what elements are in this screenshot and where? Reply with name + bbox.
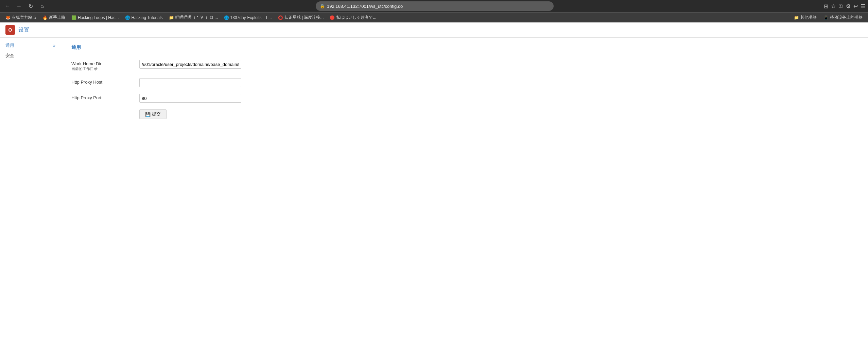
browser-chrome: ← → ↻ ⌂ 🔒 ⊞ ☆ ① ⚙ ↩ ☰ 🦊 火狐官方站点 🔥 新手上路 [0, 0, 868, 22]
tab-bar: ← → ↻ ⌂ 🔒 ⊞ ☆ ① ⚙ ↩ ☰ [0, 0, 868, 12]
section-title: 通用 [71, 45, 858, 53]
bookmark-item-other[interactable]: 📁 其他书签 [791, 14, 819, 21]
star-button[interactable]: ☆ [831, 3, 836, 10]
form-row-work-home-dir: Work Home Dir: 当前的工作目录 [71, 60, 858, 71]
reload-button[interactable]: ↻ [26, 1, 35, 11]
history-button[interactable]: ↩ [853, 3, 858, 10]
bookmark-item-bilibili[interactable]: 📁 哔哩哔哩（ *･∀･）ロ ... [166, 14, 221, 21]
address-bar-wrap: 🔒 [316, 1, 554, 11]
bookmark-label: 哔哩哔哩（ *･∀･）ロ ... [175, 15, 218, 20]
app-header: O 设置 [0, 22, 868, 38]
bookmark-item-fox[interactable]: 🦊 火狐官方站点 [3, 14, 39, 21]
bookmark-label: Hacking Loops | Hac... [78, 15, 119, 20]
home-button[interactable]: ⌂ [37, 1, 47, 11]
bookmark-label: 1337day-Exploits – L... [230, 15, 272, 20]
fire-icon: 🔥 [42, 15, 48, 20]
mobile-icon: 📱 [823, 15, 829, 20]
globe2-icon: 🌐 [224, 15, 229, 20]
bookmark-item-hacking-loops[interactable]: 🟩 Hacking Loops | Hac... [69, 15, 122, 21]
bookmark-item-jp[interactable]: 🔴 私ははいしゃ败者で... [327, 14, 379, 21]
folder-icon: 📁 [794, 15, 799, 20]
form-label-work-home-dir: Work Home Dir: 当前的工作目录 [71, 60, 139, 71]
bookmarks-bar: 🦊 火狐官方站点 🔥 新手上路 🟩 Hacking Loops | Hac...… [0, 12, 868, 22]
address-input[interactable] [327, 4, 550, 9]
lock-icon: 🔒 [320, 4, 325, 8]
nav-buttons: ← → ↻ ⌂ [3, 1, 47, 11]
globe-icon: 🌐 [125, 15, 130, 20]
form-label-http-proxy-host: Http Proxy Host: [71, 78, 139, 85]
form-row-http-proxy-host: Http Proxy Host: [71, 78, 858, 87]
back-button[interactable]: ← [3, 1, 12, 11]
submit-label: 提交 [152, 111, 161, 117]
app-logo: O [5, 25, 15, 35]
bookmark-label: 移动设备上的书签 [830, 15, 863, 20]
bookmark-label: 知识星球 | 深度连接... [284, 15, 324, 20]
form-label-http-proxy-port: Http Proxy Port: [71, 94, 139, 100]
sidebar-item-general-label: 通用 [5, 42, 14, 49]
profile-button[interactable]: ① [838, 3, 843, 10]
form-row-http-proxy-port: Http Proxy Port: [71, 94, 858, 103]
content-area: 通用 Work Home Dir: 当前的工作目录 Http Proxy Hos… [61, 38, 868, 363]
bookmark-label: 私ははいしゃ败者で... [336, 15, 376, 20]
main-layout: 通用 » 安全 通用 Work Home Dir: 当前的工作目录 Http P… [0, 38, 868, 363]
forward-button[interactable]: → [14, 1, 24, 11]
bookmark-item-1337day[interactable]: 🌐 1337day-Exploits – L... [221, 15, 275, 21]
submit-icon: 💾 [145, 112, 151, 117]
form-label-sub-work-home-dir: 当前的工作目录 [71, 66, 139, 71]
sidebar-item-security[interactable]: 安全 [0, 51, 61, 61]
menu-button[interactable]: ☰ [861, 3, 865, 10]
bookmark-item-zsxq[interactable]: ⭕ 知识星球 | 深度连接... [275, 14, 327, 21]
sidebar: 通用 » 安全 [0, 38, 61, 363]
bookmark-label: 其他书签 [800, 15, 817, 20]
red-icon: 🔴 [330, 15, 335, 20]
bookmark-label: Hacking Tutorials [132, 15, 163, 20]
http-proxy-port-input[interactable] [139, 94, 241, 103]
http-proxy-host-input[interactable] [139, 78, 241, 87]
submit-button[interactable]: 💾 提交 [139, 109, 167, 119]
sidebar-item-general[interactable]: 通用 » [0, 40, 61, 51]
circle-icon: ⭕ [278, 15, 283, 20]
work-home-dir-input[interactable] [139, 60, 241, 69]
bookmark-label: 火狐官方站点 [12, 15, 36, 20]
submit-row: 💾 提交 [71, 109, 858, 119]
bookmarks-right: 📁 其他书签 📱 移动设备上的书签 [791, 14, 865, 21]
hacking-loops-icon: 🟩 [71, 15, 76, 20]
bookmark-item-hacking-tutorials[interactable]: 🌐 Hacking Tutorials [122, 15, 166, 21]
bilibili-icon: 📁 [169, 15, 174, 20]
settings-button[interactable]: ⚙ [846, 3, 851, 10]
extensions-button[interactable]: ⊞ [824, 3, 828, 10]
bookmark-label: 新手上路 [49, 15, 65, 20]
bookmark-item-newbie[interactable]: 🔥 新手上路 [40, 14, 68, 21]
sidebar-item-security-label: 安全 [5, 53, 14, 59]
toolbar-right: ⊞ ☆ ① ⚙ ↩ ☰ [824, 3, 865, 10]
fox-icon: 🦊 [5, 15, 11, 20]
expand-icon: » [53, 43, 55, 48]
app-title: 设置 [18, 27, 29, 34]
page: O 设置 通用 » 安全 通用 Work Home Dir: 当前的工作目录 [0, 22, 868, 363]
bookmark-item-mobile[interactable]: 📱 移动设备上的书签 [821, 14, 865, 21]
